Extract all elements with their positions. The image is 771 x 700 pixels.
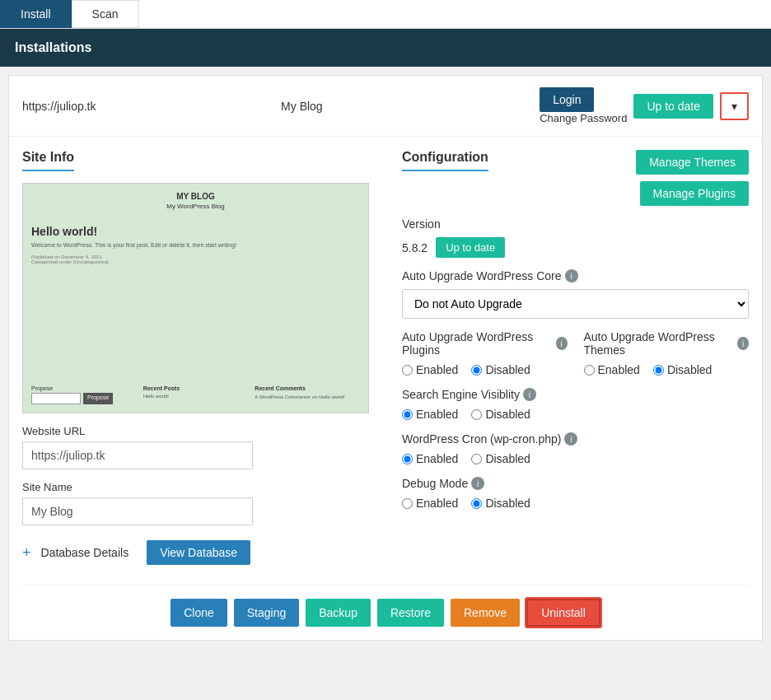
change-password-link[interactable]: Change Password (540, 112, 627, 124)
wordpress-cron-info-icon[interactable]: i (564, 432, 577, 446)
preview-blog-title: MY BLOG (176, 192, 214, 201)
site-name-input[interactable] (22, 497, 253, 525)
remove-button[interactable]: Remove (451, 599, 520, 627)
search-engine-label: Search Engine Visiblity i (402, 388, 749, 401)
search-engine-row: Search Engine Visiblity i Enabled Disabl… (402, 388, 749, 421)
tab-install[interactable]: Install (0, 0, 72, 28)
debug-mode-row: Debug Mode i Enabled Disabled (402, 477, 749, 510)
database-expand-icon[interactable]: + (22, 544, 31, 562)
preview-search-label: Propose (31, 385, 53, 391)
auto-upgrade-core-info-icon[interactable]: i (565, 269, 578, 282)
site-preview: MY BLOG My WordPress Blog Hello world! W… (22, 183, 369, 413)
install-url: https://juliop.tk (22, 100, 271, 113)
preview-search: Propose Propose (31, 385, 137, 404)
website-url-input[interactable] (22, 441, 253, 469)
version-row: Version 5.8.2 Up to date (402, 217, 749, 258)
collapse-button[interactable]: ▾ (720, 92, 749, 120)
auto-upgrade-core-select[interactable]: Do not Auto Upgrade Auto Upgrade Minor U… (402, 289, 749, 319)
themes-enabled-radio[interactable] (584, 365, 595, 376)
debug-disabled-radio[interactable] (471, 498, 482, 509)
preview-search-box (31, 393, 81, 404)
view-database-button[interactable]: View Database (147, 540, 250, 565)
plugins-radio-group: Enabled Disabled (402, 363, 568, 376)
auto-upgrade-plugins-info-icon[interactable]: i (556, 337, 568, 350)
database-details-label: Database Details (41, 546, 129, 559)
search-engine-disabled-radio[interactable] (471, 409, 482, 420)
staging-button[interactable]: Staging (234, 599, 299, 627)
themes-disabled-option[interactable]: Disabled (653, 363, 712, 376)
debug-radio-group: Enabled Disabled (402, 497, 749, 510)
site-info-title: Site Info (22, 150, 74, 171)
database-row: + Database Details View Database (22, 540, 369, 565)
plugins-enabled-radio[interactable] (402, 365, 413, 376)
search-engine-enabled-option[interactable]: Enabled (402, 408, 458, 421)
cron-radio-group: Enabled Disabled (402, 452, 749, 465)
plugins-disabled-option[interactable]: Disabled (471, 363, 530, 376)
version-number: 5.8.2 (402, 241, 428, 254)
configuration-title: Configuration (402, 150, 488, 171)
debug-enabled-option[interactable]: Enabled (402, 497, 458, 510)
clone-button[interactable]: Clone (171, 599, 227, 627)
themes-disabled-radio[interactable] (653, 365, 664, 376)
preview-post-text: Welcome to WordPress. This is your first… (31, 241, 360, 250)
auto-upgrade-core-label: Auto Upgrade WordPress Core i (402, 269, 749, 282)
auto-upgrade-themes-info-icon[interactable]: i (737, 337, 749, 350)
cron-disabled-option[interactable]: Disabled (471, 452, 530, 465)
cron-enabled-option[interactable]: Enabled (402, 452, 458, 465)
preview-recent-posts-item: Hello world! (143, 394, 249, 399)
left-panel: Site Info MY BLOG My WordPress Blog Hell… (22, 150, 386, 572)
preview-search-btn: Propose (83, 393, 113, 404)
debug-mode-label: Debug Mode i (402, 477, 749, 490)
themes-radio-group: Enabled Disabled (584, 363, 750, 376)
manage-plugins-button[interactable]: Manage Plugins (640, 181, 749, 206)
plugins-enabled-option[interactable]: Enabled (402, 363, 458, 376)
search-engine-radio-group: Enabled Disabled (402, 408, 749, 421)
plugins-disabled-radio[interactable] (471, 365, 482, 376)
restore-button[interactable]: Restore (377, 599, 444, 627)
cron-disabled-radio[interactable] (471, 454, 482, 464)
wordpress-cron-row: WordPress Cron (wp-cron.php) i Enabled D… (402, 432, 749, 465)
right-panel: Configuration Manage Themes Manage Plugi… (386, 150, 749, 572)
auto-upgrade-core-row: Auto Upgrade WordPress Core i Do not Aut… (402, 269, 749, 319)
preview-recent-posts: Recent Posts Hello world! (143, 385, 249, 399)
version-label: Version (402, 217, 749, 231)
preview-recent-posts-title: Recent Posts (143, 385, 249, 391)
install-site-name: My Blog (281, 100, 530, 113)
preview-post-date: Published on December 4, 2021 Categorize… (31, 254, 360, 264)
manage-themes-button[interactable]: Manage Themes (636, 150, 749, 175)
backup-button[interactable]: Backup (306, 599, 371, 627)
install-actions: Login Change Password Up to date ▾ (540, 87, 749, 124)
search-engine-disabled-option[interactable]: Disabled (471, 408, 530, 421)
auto-upgrade-two-col: Auto Upgrade WordPress Plugins i Enabled… (402, 330, 749, 376)
cron-enabled-radio[interactable] (402, 454, 413, 464)
version-up-to-date-button[interactable]: Up to date (436, 237, 505, 258)
tab-bar: Install Scan (0, 0, 771, 29)
preview-hello-world: Hello world! (31, 225, 360, 238)
preview-blog-subtitle: My WordPress Blog (166, 203, 225, 210)
auto-upgrade-plugins-label: Auto Upgrade WordPress Plugins i (402, 330, 568, 357)
config-header: Configuration Manage Themes Manage Plugi… (402, 150, 749, 217)
action-buttons: Clone Staging Backup Restore Remove Unin… (22, 585, 749, 640)
debug-disabled-option[interactable]: Disabled (471, 497, 530, 510)
manage-buttons: Manage Themes Manage Plugins (636, 150, 749, 206)
auto-upgrade-plugins-col: Auto Upgrade WordPress Plugins i Enabled… (402, 330, 568, 376)
up-to-date-button[interactable]: Up to date (633, 94, 713, 119)
preview-recent-comments: Recent Comments A WordPress Commenter on… (255, 385, 360, 400)
preview-recent-comments-item: A WordPress Commenter on Hello world! (255, 394, 360, 400)
installation-card: https://juliop.tk My Blog Login Change P… (8, 75, 763, 641)
preview-recent-comments-title: Recent Comments (255, 385, 360, 391)
search-engine-info-icon[interactable]: i (523, 388, 536, 401)
site-name-label: Site Name (22, 481, 369, 493)
tab-scan[interactable]: Scan (72, 0, 139, 28)
auto-upgrade-themes-col: Auto Upgrade WordPress Themes i Enabled … (584, 330, 750, 376)
debug-enabled-radio[interactable] (402, 498, 413, 509)
search-engine-enabled-radio[interactable] (402, 409, 413, 420)
login-change-group: Login Change Password (540, 87, 627, 124)
uninstall-button[interactable]: Uninstall (526, 599, 600, 627)
preview-bottom: Propose Propose Recent Posts Hello world… (31, 385, 360, 404)
themes-enabled-option[interactable]: Enabled (584, 363, 640, 376)
login-button[interactable]: Login (540, 87, 594, 112)
wordpress-cron-label: WordPress Cron (wp-cron.php) i (402, 432, 749, 446)
version-value-row: 5.8.2 Up to date (402, 237, 749, 258)
debug-mode-info-icon[interactable]: i (471, 477, 484, 490)
